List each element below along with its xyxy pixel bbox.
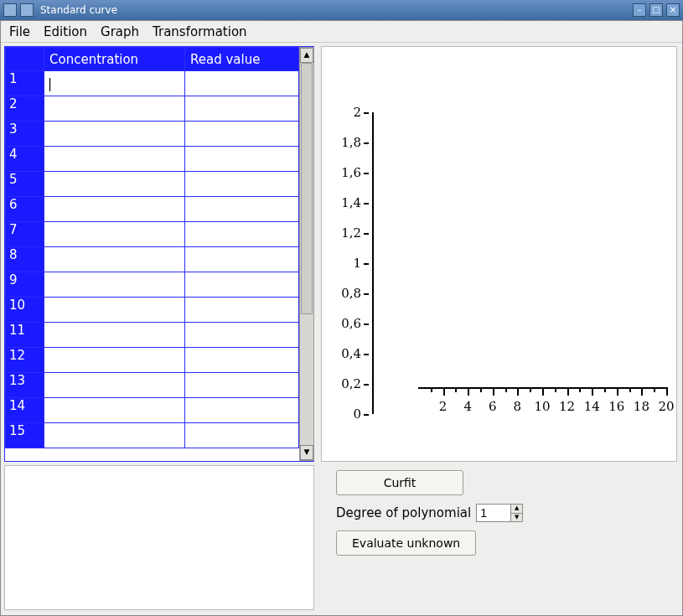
row-number[interactable]: 12 bbox=[6, 348, 44, 373]
cell-read-value[interactable] bbox=[184, 423, 298, 448]
menu-transformation[interactable]: Transformation bbox=[153, 24, 247, 39]
x-tick-label: 10 bbox=[534, 399, 550, 414]
table-row: 11 bbox=[6, 323, 299, 348]
curfit-button[interactable]: Curfit bbox=[336, 470, 463, 495]
degree-label: Degree of polynomial bbox=[336, 505, 471, 520]
cell-read-value[interactable] bbox=[184, 71, 298, 96]
table-row: 3 bbox=[6, 122, 299, 147]
x-tick bbox=[579, 387, 581, 392]
x-tick-label: 6 bbox=[489, 399, 497, 414]
cell-concentration[interactable] bbox=[44, 247, 185, 272]
table-row: 2 bbox=[6, 96, 299, 122]
cell-read-value[interactable] bbox=[184, 298, 298, 323]
graph-area: 00,20,40,60,811,21,41,61,82 246810121416… bbox=[321, 46, 677, 462]
cell-concentration[interactable] bbox=[44, 398, 185, 423]
cell-concentration[interactable] bbox=[44, 272, 185, 298]
evaluate-unknown-button[interactable]: Evaluate unknown bbox=[336, 531, 476, 556]
degree-input[interactable] bbox=[477, 505, 510, 521]
controls: Curfit Degree of polynomial ▲ ▼ Evaluate… bbox=[321, 470, 677, 556]
y-tick-label: 1,2 bbox=[341, 225, 369, 241]
x-tick bbox=[517, 387, 519, 396]
degree-up-button[interactable]: ▲ bbox=[510, 505, 522, 513]
y-tick-label: 0,4 bbox=[341, 346, 369, 361]
scroll-up-button[interactable]: ▲ bbox=[300, 48, 313, 63]
x-labels: 2468101214161820 bbox=[418, 399, 666, 416]
table-row: 1 bbox=[6, 71, 299, 96]
cell-concentration[interactable] bbox=[44, 423, 185, 448]
row-number[interactable]: 3 bbox=[6, 122, 44, 147]
col-header-read-value[interactable]: Read value bbox=[184, 48, 298, 71]
row-number[interactable]: 15 bbox=[6, 423, 44, 448]
cell-read-value[interactable] bbox=[184, 222, 298, 247]
cell-read-value[interactable] bbox=[184, 247, 298, 272]
col-header-concentration[interactable]: Concentration bbox=[44, 48, 185, 71]
scroll-down-button[interactable]: ▼ bbox=[300, 445, 313, 460]
table-row: 12 bbox=[6, 348, 299, 373]
y-tick-label: 0,2 bbox=[341, 376, 369, 391]
cell-concentration[interactable] bbox=[44, 348, 185, 373]
degree-down-button[interactable]: ▼ bbox=[510, 513, 522, 522]
menu-graph[interactable]: Graph bbox=[101, 24, 139, 39]
degree-spinbox[interactable]: ▲ ▼ bbox=[476, 504, 523, 522]
cell-read-value[interactable] bbox=[184, 373, 298, 398]
cell-read-value[interactable] bbox=[184, 398, 298, 423]
row-number[interactable]: 8 bbox=[6, 247, 44, 272]
y-tick-label: 2 bbox=[353, 105, 369, 120]
cell-concentration[interactable] bbox=[44, 373, 185, 398]
cell-read-value[interactable] bbox=[184, 272, 298, 298]
cell-read-value[interactable] bbox=[184, 122, 298, 147]
menu-file[interactable]: File bbox=[9, 24, 30, 39]
cell-concentration[interactable] bbox=[44, 122, 185, 147]
cell-read-value[interactable] bbox=[184, 323, 298, 348]
cell-concentration[interactable] bbox=[44, 96, 185, 122]
row-number[interactable]: 7 bbox=[6, 222, 44, 247]
x-tick bbox=[530, 387, 531, 392]
row-number[interactable]: 11 bbox=[6, 323, 44, 348]
cell-concentration[interactable] bbox=[44, 323, 185, 348]
cell-concentration[interactable] bbox=[44, 197, 185, 222]
cell-read-value[interactable] bbox=[184, 147, 298, 172]
cell-concentration[interactable] bbox=[44, 222, 185, 247]
data-table: Concentration Read value 123456789101112… bbox=[5, 47, 299, 448]
app-icon bbox=[3, 3, 17, 17]
scroll-thumb[interactable] bbox=[301, 63, 313, 314]
x-tick bbox=[505, 387, 507, 392]
row-number[interactable]: 6 bbox=[6, 197, 44, 222]
table-row: 14 bbox=[6, 398, 299, 423]
cell-concentration[interactable] bbox=[44, 71, 185, 96]
cell-read-value[interactable] bbox=[184, 348, 298, 373]
minimize-button[interactable]: – bbox=[633, 3, 646, 17]
x-tick bbox=[641, 387, 643, 396]
cell-read-value[interactable] bbox=[184, 197, 298, 222]
x-tick bbox=[455, 387, 457, 392]
x-tick bbox=[629, 387, 631, 392]
close-button[interactable]: × bbox=[666, 3, 680, 17]
y-tick-label: 0,6 bbox=[341, 316, 369, 331]
x-tick-label: 8 bbox=[514, 399, 522, 414]
menubar: File Edition Graph Transformation bbox=[1, 21, 682, 43]
row-number[interactable]: 4 bbox=[6, 147, 44, 172]
row-number[interactable]: 13 bbox=[6, 373, 44, 398]
x-tick bbox=[542, 387, 544, 396]
cell-concentration[interactable] bbox=[44, 147, 185, 172]
cell-read-value[interactable] bbox=[184, 172, 298, 197]
row-number[interactable]: 14 bbox=[6, 398, 44, 423]
row-number[interactable]: 9 bbox=[6, 272, 44, 298]
table-row: 7 bbox=[6, 222, 299, 247]
y-tick-label: 1 bbox=[353, 256, 369, 271]
cell-concentration[interactable] bbox=[44, 298, 185, 323]
table-scrollbar[interactable]: ▲ ▼ bbox=[299, 47, 314, 461]
row-number[interactable]: 10 bbox=[6, 298, 44, 323]
table-row: 15 bbox=[6, 423, 299, 448]
row-number[interactable]: 5 bbox=[6, 172, 44, 197]
row-number[interactable]: 2 bbox=[6, 96, 44, 122]
window-body: File Edition Graph Transformation Concen… bbox=[0, 20, 683, 616]
scroll-track[interactable] bbox=[300, 63, 313, 445]
maximize-button[interactable]: □ bbox=[649, 3, 663, 17]
table-row: 8 bbox=[6, 247, 299, 272]
row-number[interactable]: 1 bbox=[6, 71, 44, 96]
table-row: 6 bbox=[6, 197, 299, 222]
cell-read-value[interactable] bbox=[184, 96, 298, 122]
cell-concentration[interactable] bbox=[44, 172, 185, 197]
menu-edition[interactable]: Edition bbox=[44, 24, 87, 39]
